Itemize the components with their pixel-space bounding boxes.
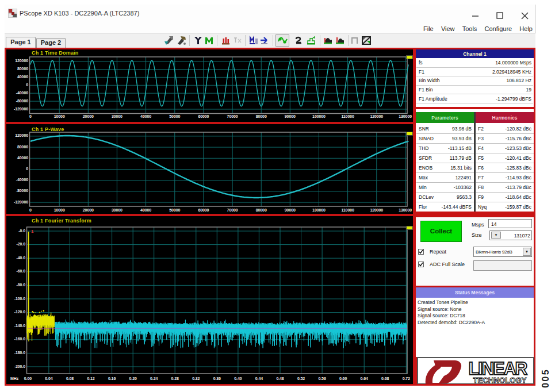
svg-text:TECHNOLOGY: TECHNOLOGY: [473, 376, 527, 385]
svg-text:LINEAR: LINEAR: [469, 359, 528, 379]
